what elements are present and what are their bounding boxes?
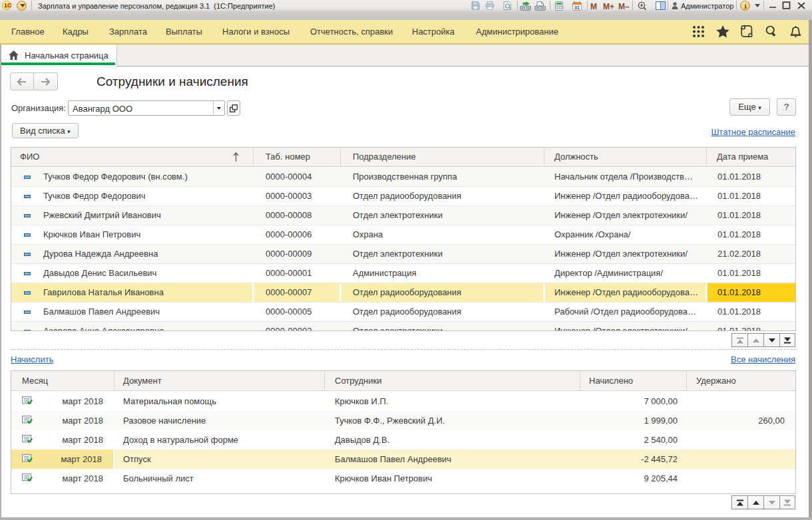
svg-text:31: 31 xyxy=(574,5,580,10)
